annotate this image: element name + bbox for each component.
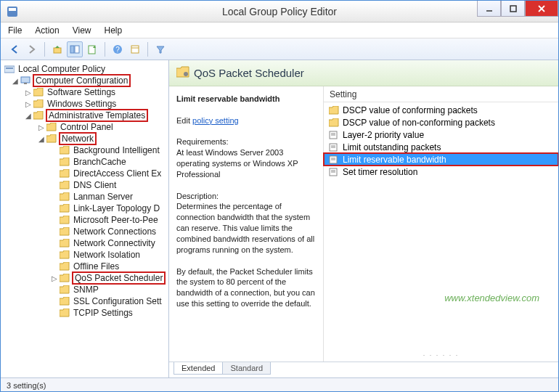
forward-button[interactable] bbox=[24, 41, 40, 57]
watermark-text: www.xtendedview.com bbox=[444, 293, 539, 303]
tree-item[interactable]: Network Connectivity bbox=[1, 237, 168, 249]
settings-list[interactable]: DSCP value of conforming packets DSCP va… bbox=[324, 102, 558, 362]
svg-rect-17 bbox=[24, 83, 27, 84]
tree-item[interactable]: Link-Layer Topology D bbox=[1, 203, 168, 214]
menu-view[interactable]: View bbox=[73, 25, 91, 36]
maximize-button[interactable] bbox=[501, 1, 525, 17]
folder-icon bbox=[59, 308, 70, 318]
main-area: Local Computer Policy ◢ Computer Configu… bbox=[1, 60, 558, 377]
tree-item[interactable]: SNMP bbox=[1, 284, 168, 295]
collapse-icon[interactable]: ◢ bbox=[24, 112, 33, 120]
svg-rect-7 bbox=[70, 46, 74, 53]
tree-item-label: BranchCache bbox=[72, 157, 128, 167]
tree-root[interactable]: Local Computer Policy bbox=[1, 63, 168, 75]
tree-administrative-templates[interactable]: ◢ Administrative Templates bbox=[1, 110, 168, 121]
setting-icon bbox=[328, 142, 340, 152]
tree-item[interactable]: Lanman Server bbox=[1, 191, 168, 203]
close-button[interactable] bbox=[525, 1, 558, 17]
tree-cp-label: Control Panel bbox=[59, 122, 115, 132]
list-item[interactable]: Set timer resolution bbox=[324, 166, 558, 178]
list-header-setting[interactable]: Setting bbox=[324, 86, 558, 102]
tree-item-label: Network Connectivity bbox=[72, 238, 157, 248]
view-tabs: Extended Standard bbox=[169, 362, 558, 377]
expand-icon[interactable]: ▷ bbox=[37, 123, 46, 131]
setting-title: Limit reservable bandwidth bbox=[176, 94, 280, 103]
filter-button[interactable] bbox=[152, 41, 168, 57]
tree-item[interactable]: BranchCache bbox=[1, 156, 168, 168]
splitter-grip-icon[interactable]: · · · · · · bbox=[423, 351, 460, 359]
tree-item-label: Network Isolation bbox=[72, 250, 142, 260]
description-text-1: Determines the percentage of connection … bbox=[176, 202, 314, 253]
collapse-icon[interactable]: ◢ bbox=[11, 77, 20, 85]
folder-icon bbox=[59, 157, 70, 167]
folder-icon bbox=[59, 168, 70, 179]
show-hide-tree-button[interactable] bbox=[67, 41, 83, 57]
tree-ss-label: Software Settings bbox=[46, 87, 117, 97]
back-button[interactable] bbox=[7, 41, 23, 57]
list-item[interactable]: DSCP value of non-conforming packets bbox=[324, 116, 558, 128]
list-item[interactable]: Layer-2 priority value bbox=[324, 128, 558, 141]
tree-windows-settings[interactable]: ▷ Windows Settings bbox=[1, 98, 168, 110]
tab-standard[interactable]: Standard bbox=[222, 362, 271, 375]
list-item-limit-reservable-bandwidth[interactable]: Limit reservable bandwidth bbox=[324, 153, 558, 166]
folder-icon bbox=[33, 99, 44, 109]
expand-icon[interactable]: ▷ bbox=[50, 274, 59, 282]
tree-item[interactable]: Microsoft Peer-to-Pee bbox=[1, 214, 168, 226]
menu-file[interactable]: File bbox=[8, 25, 22, 36]
tree-item[interactable]: Background Intelligent bbox=[1, 144, 168, 156]
tree-computer-configuration[interactable]: ◢ Computer Configuration bbox=[1, 75, 168, 86]
menu-help[interactable]: Help bbox=[105, 25, 123, 36]
tree-item-label: SNMP bbox=[72, 285, 100, 295]
tree-item[interactable]: TCPIP Settings bbox=[1, 307, 168, 319]
folder-gear-icon bbox=[176, 66, 189, 80]
tree-pane[interactable]: Local Computer Policy ◢ Computer Configu… bbox=[1, 60, 169, 377]
list-item[interactable]: DSCP value of conforming packets bbox=[324, 104, 558, 116]
folder-icon bbox=[59, 238, 70, 248]
tree-item[interactable]: Offline Files bbox=[1, 261, 168, 272]
folder-icon bbox=[328, 118, 340, 128]
folder-icon bbox=[59, 180, 70, 190]
tree-software-settings[interactable]: ▷ Software Settings bbox=[1, 86, 168, 98]
tree-item[interactable]: Network Isolation bbox=[1, 249, 168, 261]
tree-item-label: SSL Configuration Sett bbox=[72, 296, 163, 306]
properties-button[interactable] bbox=[127, 41, 143, 57]
tab-extended[interactable]: Extended bbox=[174, 362, 223, 375]
tree-qos-packet-scheduler[interactable]: ▷QoS Packet Scheduler bbox=[1, 272, 168, 284]
minimize-button[interactable] bbox=[477, 1, 501, 17]
edit-policy-link[interactable]: policy setting bbox=[192, 116, 239, 125]
tree-root-label: Local Computer Policy bbox=[17, 64, 107, 74]
list-item-label: DSCP value of non-conforming packets bbox=[343, 118, 495, 128]
setting-icon bbox=[328, 155, 340, 165]
svg-rect-1 bbox=[9, 8, 16, 11]
folder-icon bbox=[59, 261, 70, 271]
list-item-label: Limit outstanding packets bbox=[343, 142, 441, 152]
tree-network[interactable]: ◢ Network bbox=[1, 133, 168, 144]
folder-icon bbox=[59, 215, 70, 225]
app-icon bbox=[7, 6, 18, 17]
content-header: QoS Packet Scheduler bbox=[169, 60, 558, 86]
tree-item[interactable]: DNS Client bbox=[1, 179, 168, 191]
tree-item[interactable]: DirectAccess Client Ex bbox=[1, 168, 168, 179]
menu-action[interactable]: Action bbox=[35, 25, 59, 36]
expand-icon[interactable]: ▷ bbox=[24, 100, 33, 108]
svg-rect-6 bbox=[54, 48, 61, 53]
tree-cc-label: Computer Configuration bbox=[33, 74, 131, 87]
up-button[interactable] bbox=[49, 41, 65, 57]
tree-item-label: TCPIP Settings bbox=[72, 308, 134, 318]
collapse-icon[interactable]: ◢ bbox=[37, 135, 46, 143]
window-title: Local Group Policy Editor bbox=[222, 6, 337, 17]
tree-item[interactable]: Network Connections bbox=[1, 226, 168, 237]
tree-qos-label: QoS Packet Scheduler bbox=[72, 271, 166, 285]
tree-item-label: Microsoft Peer-to-Pee bbox=[72, 215, 160, 225]
folder-icon bbox=[59, 145, 70, 155]
tree-control-panel[interactable]: ▷ Control Panel bbox=[1, 121, 168, 133]
export-list-button[interactable] bbox=[84, 41, 100, 57]
folder-icon bbox=[59, 203, 70, 213]
list-item[interactable]: Limit outstanding packets bbox=[324, 141, 558, 153]
expand-icon[interactable]: ▷ bbox=[24, 89, 33, 97]
help-button[interactable]: ? bbox=[110, 41, 126, 57]
folder-icon bbox=[59, 285, 70, 295]
toolbar: ? bbox=[1, 38, 558, 60]
tree-item[interactable]: SSL Configuration Sett bbox=[1, 295, 168, 307]
setting-icon bbox=[328, 167, 340, 177]
